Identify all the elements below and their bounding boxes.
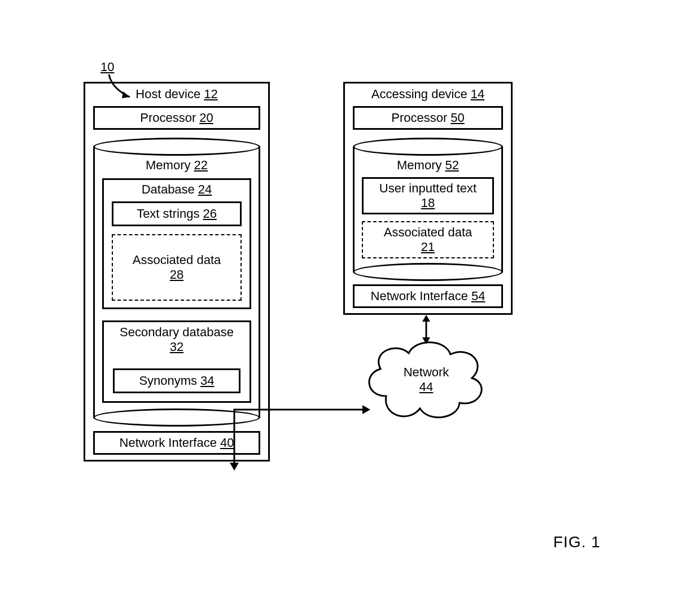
host-text-strings-box: Text strings26 — [112, 201, 242, 226]
host-database-box: Database24 Text strings26 Associated dat… — [102, 178, 251, 309]
host-memory-top-cap — [93, 138, 260, 156]
client-memory-label: Memory52 — [353, 158, 503, 173]
figure-caption: FIG. 1 — [553, 533, 601, 551]
client-memory-top-cap — [353, 138, 503, 156]
client-processor-box: Processor50 — [353, 106, 503, 130]
arrow-host-to-network — [226, 401, 373, 480]
host-secondary-db-box: Secondary database32 Synonyms34 — [102, 320, 251, 403]
client-assoc-data-box: Associated data21 — [362, 221, 494, 258]
host-processor-box: Processor20 — [93, 106, 260, 130]
network-label: Network44 — [395, 366, 457, 394]
host-synonyms-box: Synonyms34 — [113, 368, 240, 393]
arrow-client-to-network — [418, 315, 435, 344]
svg-marker-3 — [422, 337, 430, 344]
host-memory-label: Memory22 — [93, 158, 260, 173]
client-memory-bottom-cap — [353, 263, 503, 281]
svg-marker-2 — [422, 315, 430, 322]
host-device-title: Host device12 — [85, 87, 268, 102]
host-secondary-db-label: Secondary database32 — [104, 326, 250, 354]
client-network-interface-box: Network Interface54 — [353, 284, 503, 308]
system-ref: 10 — [100, 60, 114, 74]
svg-marker-4 — [230, 463, 239, 471]
host-database-label: Database24 — [104, 182, 250, 197]
accessing-device-box: Accessing device14 Processor50 Memory52 … — [343, 82, 513, 315]
client-user-text-box: User inputted text18 — [362, 177, 494, 214]
accessing-device-title: Accessing device14 — [345, 87, 511, 102]
host-assoc-data-box: Associated data28 — [112, 234, 242, 301]
svg-marker-5 — [362, 405, 370, 414]
